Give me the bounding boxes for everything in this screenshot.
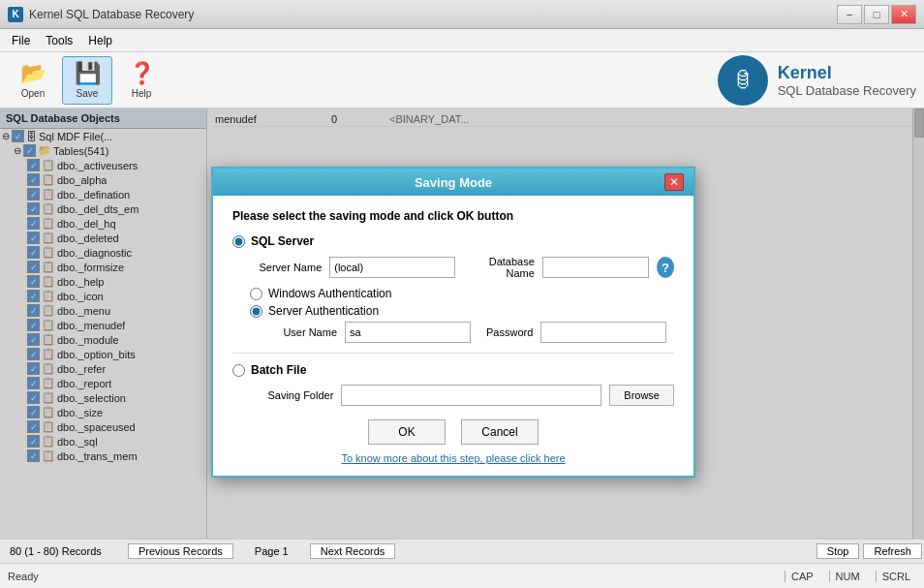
titlebar-controls: − □ ✕ — [837, 5, 916, 24]
credentials-row: User Name Password — [250, 322, 674, 343]
database-name-input[interactable] — [542, 257, 649, 278]
windows-auth-label: Windows Authentication — [268, 287, 391, 300]
brand-subtitle: SQL Database Recovery — [778, 83, 916, 98]
server-name-label: Server Name — [250, 262, 322, 273]
next-records-button[interactable]: Next Records — [310, 543, 396, 559]
windows-auth-radio-row[interactable]: Windows Authentication — [250, 287, 674, 300]
server-auth-label: Server Authentication — [268, 304, 379, 318]
dialog-title: Saving Mode — [242, 175, 664, 190]
batch-file-radio[interactable] — [232, 364, 245, 377]
username-label: User Name — [250, 326, 337, 338]
brand-logo: 🛢 — [718, 55, 768, 106]
titlebar: K Kernel SQL Database Recovery − □ ✕ — [0, 0, 924, 29]
dialog-close-button[interactable]: ✕ — [664, 173, 684, 191]
menubar: File Tools Help — [0, 29, 924, 52]
close-window-button[interactable]: ✕ — [891, 5, 916, 24]
help-button[interactable]: ❓ Help — [116, 56, 167, 105]
username-input[interactable] — [345, 322, 471, 343]
saving-mode-dialog: Saving Mode ✕ Please select the saving m… — [211, 167, 695, 478]
saving-folder-input[interactable] — [341, 385, 601, 406]
cap-indicator: CAP — [785, 571, 819, 582]
menu-file[interactable]: File — [4, 32, 38, 49]
password-input[interactable] — [540, 322, 666, 343]
open-button[interactable]: 📂 Open — [8, 56, 58, 105]
help-icon: ❓ — [129, 61, 155, 86]
saving-folder-label: Saving Folder — [250, 389, 333, 401]
toolbar: 📂 Open 💾 Save ❓ Help 🛢 Kernel SQL Databa… — [0, 52, 924, 108]
open-icon: 📂 — [20, 61, 46, 86]
scrl-indicator: SCRL — [876, 571, 916, 582]
menu-tools[interactable]: Tools — [38, 32, 80, 49]
cancel-button[interactable]: Cancel — [461, 419, 539, 445]
refresh-button[interactable]: Refresh — [863, 543, 922, 559]
dialog-buttons: OK Cancel — [232, 419, 674, 445]
batch-file-radio-row[interactable]: Batch File — [232, 363, 674, 377]
stop-button[interactable]: Stop — [816, 543, 860, 559]
dialog-instruction: Please select the saving mode and click … — [232, 209, 674, 223]
page-indicator: Page 1 — [235, 545, 308, 557]
dialog-link: To know more about this step, please cli… — [232, 452, 674, 464]
dialog-body: Please select the saving mode and click … — [213, 196, 693, 476]
help-link[interactable]: To know more about this step, please cli… — [341, 452, 565, 464]
ok-button[interactable]: OK — [368, 419, 446, 445]
menu-help[interactable]: Help — [80, 32, 120, 49]
sql-server-radio-row[interactable]: SQL Server — [232, 234, 674, 248]
app-title: Kernel SQL Database Recovery — [29, 8, 194, 21]
minimize-button[interactable]: − — [837, 5, 862, 24]
previous-records-button[interactable]: Previous Records — [128, 543, 233, 559]
windows-auth-radio[interactable] — [250, 288, 262, 300]
database-help-button[interactable]: ? — [657, 257, 674, 278]
password-label: Password — [486, 326, 533, 338]
records-bar: 80 (1 - 80) Records Previous Records Pag… — [0, 539, 924, 563]
sql-server-radio[interactable] — [232, 235, 245, 248]
save-icon: 💾 — [75, 61, 101, 86]
records-count: 80 (1 - 80) Records — [0, 545, 126, 557]
app-icon: K — [8, 7, 23, 22]
statusbar-right: CAP NUM SCRL — [785, 571, 916, 582]
server-auth-radio[interactable] — [250, 305, 262, 318]
database-name-label: Database Name — [471, 256, 535, 279]
statusbar: Ready CAP NUM SCRL — [0, 563, 924, 588]
dialog-titlebar: Saving Mode ✕ — [213, 169, 693, 196]
num-indicator: NUM — [829, 571, 866, 582]
saving-folder-row: Saving Folder Browse — [250, 385, 674, 406]
batch-file-label: Batch File — [251, 363, 306, 377]
server-name-row: Server Name Database Name ? — [250, 256, 674, 279]
sql-server-form: Server Name Database Name ? Windows Auth… — [250, 256, 674, 343]
save-button[interactable]: 💾 Save — [62, 56, 112, 105]
brand-name: Kernel — [778, 63, 916, 83]
brand-area: 🛢 Kernel SQL Database Recovery — [718, 55, 916, 106]
server-auth-radio-row[interactable]: Server Authentication — [250, 304, 674, 318]
browse-button[interactable]: Browse — [609, 385, 674, 406]
brand-text: Kernel SQL Database Recovery — [778, 63, 916, 98]
server-name-input[interactable] — [329, 257, 455, 278]
sql-server-label: SQL Server — [251, 234, 314, 248]
brand-logo-icon: 🛢 — [732, 68, 754, 93]
batch-file-section: Batch File Saving Folder Browse — [232, 363, 674, 406]
restore-button[interactable]: □ — [864, 5, 889, 24]
status-ready: Ready — [8, 571, 785, 582]
dialog-divider — [232, 353, 674, 354]
